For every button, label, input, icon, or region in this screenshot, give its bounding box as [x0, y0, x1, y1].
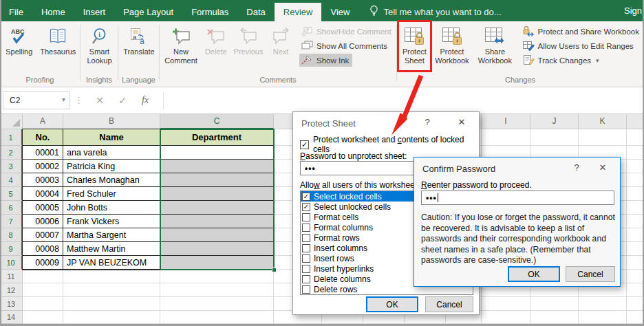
- cell-empty[interactable]: [23, 311, 63, 324]
- row-header-2[interactable]: 2: [0, 146, 23, 160]
- sign-in-link[interactable]: Sign: [624, 0, 642, 21]
- share-workbook-button[interactable]: ShareWorkbook: [473, 22, 516, 72]
- tab-formulas[interactable]: Formulas: [182, 3, 237, 21]
- cell-empty[interactable]: [482, 129, 530, 146]
- help-icon[interactable]: ?: [568, 161, 586, 175]
- track-changes-button[interactable]: Track Changes▾: [520, 54, 643, 67]
- row-header-10[interactable]: 10: [0, 256, 23, 270]
- row-header-11[interactable]: 11: [0, 270, 23, 283]
- show-ink-button[interactable]: Show Ink: [299, 54, 352, 67]
- row-header-6[interactable]: 6: [0, 201, 23, 215]
- close-icon[interactable]: ✕: [453, 116, 471, 129]
- cell-C6[interactable]: [160, 201, 274, 215]
- cell-A2[interactable]: 00001: [23, 146, 63, 160]
- cell-empty[interactable]: [627, 297, 644, 311]
- cell-B2[interactable]: ana varela: [63, 146, 160, 160]
- ok-button[interactable]: OK: [508, 266, 560, 282]
- cell-C8[interactable]: [160, 228, 274, 242]
- cell-empty[interactable]: [627, 270, 644, 283]
- cell-C9[interactable]: [160, 242, 274, 256]
- cell-C4[interactable]: [160, 173, 274, 187]
- delete-comment-button[interactable]: Delete: [201, 22, 231, 72]
- row-header-9[interactable]: 9: [0, 242, 23, 256]
- row-header-4[interactable]: 4: [0, 173, 23, 187]
- option-checkbox[interactable]: [302, 213, 310, 221]
- cell-A4[interactable]: 00003: [23, 173, 63, 187]
- formula-cancel-icon[interactable]: ✕: [89, 91, 110, 109]
- cell-empty[interactable]: [23, 270, 63, 283]
- cell-empty[interactable]: [23, 283, 63, 297]
- cell-empty[interactable]: [160, 297, 274, 311]
- tab-page-layout[interactable]: Page Layout: [114, 3, 182, 21]
- cell-empty[interactable]: [627, 201, 644, 215]
- cell-A9[interactable]: 00008: [23, 242, 63, 256]
- option-checkbox[interactable]: [302, 265, 310, 273]
- row-header-13[interactable]: 13: [0, 297, 23, 311]
- cell-empty[interactable]: [160, 283, 274, 297]
- cell-C5[interactable]: [160, 187, 274, 201]
- protect-workbook-button[interactable]: ProtectWorkbook: [431, 22, 473, 72]
- close-icon[interactable]: ✕: [594, 161, 612, 175]
- cell-C7[interactable]: [160, 215, 274, 228]
- protect-sheet-button[interactable]: ProtectSheet: [398, 22, 431, 72]
- cell-empty[interactable]: [23, 297, 63, 311]
- cell-empty[interactable]: [63, 283, 160, 297]
- tab-file[interactable]: File: [0, 3, 32, 21]
- translate-button[interactable]: aǎTranslate: [120, 22, 158, 72]
- cell-empty[interactable]: [579, 297, 627, 311]
- cell-B7[interactable]: Frank Vickers: [63, 215, 160, 228]
- cell-empty[interactable]: [627, 311, 644, 324]
- show-hide-comment-button[interactable]: Show/Hide Comment: [299, 25, 395, 38]
- row-header-5[interactable]: 5: [0, 187, 23, 201]
- cancel-button[interactable]: Cancel: [425, 296, 473, 312]
- reenter-password-input[interactable]: •••: [421, 191, 614, 205]
- cell-empty[interactable]: [63, 297, 160, 311]
- cell-B10[interactable]: JP VAN BEUZEKOM: [63, 256, 160, 270]
- option-checkbox[interactable]: [302, 224, 310, 232]
- insert-function-icon[interactable]: fx: [135, 91, 155, 109]
- cell-empty[interactable]: [627, 283, 644, 297]
- cell-empty[interactable]: [530, 297, 579, 311]
- ok-button[interactable]: OK: [366, 296, 418, 312]
- row-header-12[interactable]: 12: [0, 283, 23, 297]
- formula-input[interactable]: [163, 91, 643, 109]
- cell-B4[interactable]: Charles Monaghan: [63, 173, 160, 187]
- cell-B9[interactable]: Matthew Martin: [63, 242, 160, 256]
- cell-A3[interactable]: 00002: [23, 160, 63, 173]
- row-header-3[interactable]: 3: [0, 160, 23, 173]
- tab-review[interactable]: Review: [275, 3, 322, 21]
- cell-A10[interactable]: 00009: [23, 256, 63, 270]
- option-checkbox[interactable]: [302, 275, 310, 283]
- tab-insert[interactable]: Insert: [74, 3, 115, 21]
- cell-empty[interactable]: [627, 228, 644, 242]
- help-icon[interactable]: ?: [418, 116, 436, 129]
- option-checkbox[interactable]: ✓: [302, 203, 310, 211]
- cell-empty[interactable]: [627, 160, 644, 173]
- cell-empty[interactable]: [627, 256, 644, 270]
- cell-B5[interactable]: Fred Schuler: [63, 187, 160, 201]
- cell-empty[interactable]: [627, 187, 644, 201]
- name-box-dropdown-icon[interactable]: ▾: [62, 91, 65, 108]
- column-header-K[interactable]: K: [579, 114, 627, 129]
- cell-empty[interactable]: [579, 129, 627, 146]
- tell-me-box[interactable]: Tell me what you want to do...: [369, 3, 501, 21]
- cell-B3[interactable]: Patricia King: [63, 160, 160, 173]
- cell-B6[interactable]: John Botts: [63, 201, 160, 215]
- cell-empty[interactable]: [160, 311, 274, 324]
- cell-B8[interactable]: Martha Sargent: [63, 228, 160, 242]
- formula-enter-icon[interactable]: ✓: [112, 91, 133, 109]
- cell-empty[interactable]: [627, 242, 644, 256]
- protect-worksheet-checkbox[interactable]: ✓: [300, 140, 309, 149]
- cell-empty[interactable]: [627, 146, 644, 160]
- cell-empty[interactable]: [627, 215, 644, 228]
- cell-empty[interactable]: [627, 129, 644, 146]
- cell-empty[interactable]: [627, 173, 644, 187]
- cell-A5[interactable]: 00004: [23, 187, 63, 201]
- column-header-B[interactable]: B: [63, 114, 160, 129]
- cell-C3[interactable]: [160, 160, 274, 173]
- next-comment-button[interactable]: Next: [266, 22, 296, 72]
- option-checkbox[interactable]: [302, 254, 310, 263]
- cell-C2[interactable]: [160, 146, 274, 160]
- option-checkbox[interactable]: [302, 244, 310, 252]
- cell-empty[interactable]: [160, 270, 274, 283]
